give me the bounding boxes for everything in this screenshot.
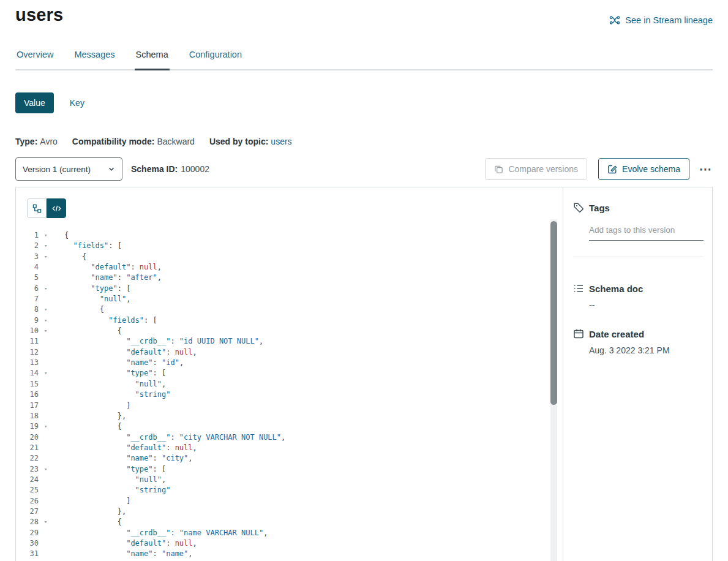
code-line: 27 }, xyxy=(16,506,563,517)
more-actions-button[interactable]: ⋯ xyxy=(699,163,713,175)
code-view-button[interactable] xyxy=(47,198,66,218)
schema-doc-value: -- xyxy=(589,300,704,310)
code-line: 19▾ { xyxy=(16,421,563,432)
code-line: 28▾ { xyxy=(16,517,563,527)
fold-arrow-icon[interactable]: ▾ xyxy=(39,252,64,262)
compatibility-value: Backward xyxy=(157,137,194,146)
fold-arrow-icon[interactable]: ▾ xyxy=(39,421,64,432)
sidebar-divider xyxy=(573,257,704,257)
fold-spacer xyxy=(39,336,64,347)
edit-square-icon xyxy=(607,164,617,174)
editor-view-toggle xyxy=(27,198,563,218)
tab-configuration[interactable]: Configuration xyxy=(188,45,243,69)
code-line: 16 "string" xyxy=(16,390,563,400)
schema-page: users See in Stream lineage Overview Mes… xyxy=(0,5,728,561)
code-line: 13 "name": "id", xyxy=(16,358,563,368)
stream-lineage-link[interactable]: See in Stream lineage xyxy=(609,15,713,26)
version-toolbar: Version 1 (current) Schema ID: 100002 Co… xyxy=(15,157,713,181)
type-label: Type: xyxy=(15,137,37,146)
code-text: "type": [ xyxy=(64,284,563,294)
calendar-icon xyxy=(573,328,584,339)
date-created-section: Date created Aug. 3 2022 3:21 PM xyxy=(573,328,704,355)
used-by-topic-link[interactable]: users xyxy=(271,137,291,146)
evolve-schema-label: Evolve schema xyxy=(622,164,680,174)
code-line: 8▾ { xyxy=(16,304,563,315)
code-line: 1▾{ xyxy=(16,230,563,241)
tab-overview[interactable]: Overview xyxy=(15,45,54,69)
fold-arrow-icon[interactable]: ▾ xyxy=(39,304,64,315)
line-number: 20 xyxy=(16,432,39,443)
schema-doc-section: Schema doc -- xyxy=(573,283,704,310)
code-line: 18 }, xyxy=(16,411,563,421)
copy-versions-icon xyxy=(494,165,503,174)
code-line: 6▾ "type": [ xyxy=(16,284,563,294)
code-text: { xyxy=(64,252,563,262)
add-tags-input[interactable] xyxy=(589,223,704,241)
code-line: 25 "string" xyxy=(16,485,563,495)
fold-spacer xyxy=(39,390,64,400)
line-number: 28 xyxy=(16,517,39,527)
line-number: 6 xyxy=(16,284,39,294)
compare-versions-button[interactable]: Compare versions xyxy=(485,158,587,180)
code-line: 10▾ { xyxy=(16,326,563,336)
compatibility-meta: Compatibility mode:Backward xyxy=(72,137,195,146)
page-title: users xyxy=(15,5,713,25)
scrollbar-thumb[interactable] xyxy=(550,221,557,405)
code-line: 31 "name": "name", xyxy=(16,549,563,559)
evolve-schema-button[interactable]: Evolve schema xyxy=(598,158,689,180)
tabs-bar: Overview Messages Schema Configuration xyxy=(15,45,713,70)
line-number: 9 xyxy=(16,315,39,326)
code-text: "__crdb__": "id UUID NOT NULL", xyxy=(64,336,563,347)
code-line: 23▾ "type": [ xyxy=(16,464,563,475)
fold-arrow-icon[interactable]: ▾ xyxy=(39,241,64,251)
code-text: "default": null, xyxy=(64,347,563,358)
line-number: 31 xyxy=(16,549,39,559)
fold-arrow-icon[interactable]: ▾ xyxy=(39,464,64,475)
line-number: 4 xyxy=(16,262,39,273)
line-number: 25 xyxy=(16,485,39,495)
line-number: 13 xyxy=(16,358,39,368)
fold-spacer xyxy=(39,273,64,283)
line-number: 19 xyxy=(16,421,39,432)
used-by-topic-label: Used by topic: xyxy=(209,137,268,146)
code-text: "string" xyxy=(64,390,563,400)
tab-messages[interactable]: Messages xyxy=(73,45,116,69)
chevron-down-icon xyxy=(108,165,115,173)
type-value: Avro xyxy=(40,137,58,146)
line-number: 22 xyxy=(16,453,39,464)
code-text: "null", xyxy=(64,379,563,390)
line-number: 5 xyxy=(16,273,39,283)
fold-arrow-icon[interactable]: ▾ xyxy=(39,326,64,336)
value-toggle-button[interactable]: Value xyxy=(15,92,54,113)
fold-spacer xyxy=(39,262,64,273)
fold-arrow-icon[interactable]: ▾ xyxy=(39,368,64,378)
compatibility-label: Compatibility mode: xyxy=(72,137,155,146)
code-line: 15 "null", xyxy=(16,379,563,390)
fold-spacer xyxy=(39,549,64,559)
editor-scrollbar[interactable] xyxy=(550,219,557,561)
type-meta: Type:Avro xyxy=(15,137,58,146)
fold-arrow-icon[interactable]: ▾ xyxy=(39,315,64,326)
line-number: 18 xyxy=(16,411,39,421)
fold-arrow-icon[interactable]: ▾ xyxy=(39,517,64,527)
tree-view-icon xyxy=(32,204,42,213)
code-line: 9▾ "fields": [ xyxy=(16,315,563,326)
version-select[interactable]: Version 1 (current) xyxy=(15,157,122,181)
code-text: "default": null, xyxy=(64,262,563,273)
line-number: 15 xyxy=(16,379,39,390)
fold-spacer xyxy=(39,432,64,443)
tab-schema[interactable]: Schema xyxy=(135,45,170,70)
fold-arrow-icon[interactable]: ▾ xyxy=(39,284,64,294)
schema-sidebar: Tags Schema doc -- xyxy=(563,187,712,561)
line-number: 27 xyxy=(16,506,39,517)
fold-spacer xyxy=(39,294,64,304)
tree-view-button[interactable] xyxy=(27,198,47,218)
schema-doc-title: Schema doc xyxy=(589,284,643,294)
fold-spacer xyxy=(39,506,64,517)
code-text: "type": [ xyxy=(64,368,563,378)
schema-id-label: Schema ID: xyxy=(131,164,178,174)
code-line: 20 "__crdb__": "city VARCHAR NOT NULL", xyxy=(16,432,563,443)
key-toggle-button[interactable]: Key xyxy=(61,92,93,113)
code-area[interactable]: 1▾{2▾ "fields": [3▾ {4 "default": null,5… xyxy=(16,230,563,561)
fold-arrow-icon[interactable]: ▾ xyxy=(39,230,64,241)
